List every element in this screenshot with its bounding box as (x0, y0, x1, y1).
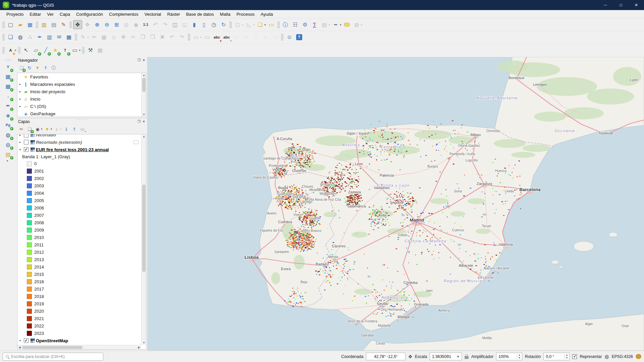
new-project-button[interactable]: ▢ (6, 20, 15, 29)
legend-class-2009[interactable]: 2009 (17, 226, 141, 234)
highlight-labels-button[interactable]: ◌ (232, 33, 241, 42)
menu-editar[interactable]: Editar (26, 11, 44, 18)
legend-class-2004[interactable]: 2004 (17, 189, 141, 197)
expander-icon[interactable]: ▾ (17, 148, 23, 151)
expander-icon[interactable]: ▾ (17, 339, 23, 342)
legend-class-2015[interactable]: 2015 (17, 270, 141, 278)
label-pin-button[interactable]: ▭ (203, 33, 212, 42)
menu-ráster[interactable]: Ráster (164, 11, 183, 18)
zoom-next-button[interactable]: ↷ (161, 20, 170, 29)
identify-features-tool[interactable]: ⓘ (281, 20, 290, 29)
minimize-button[interactable]: ─ (598, 0, 613, 10)
legend-class-2020[interactable]: 2020 (17, 307, 141, 315)
new-print-layout-button[interactable]: ▥ (40, 20, 49, 29)
pan-map-tool[interactable]: ✥ (73, 20, 82, 29)
regularize-tool-button[interactable]: ▥ (45, 33, 54, 42)
legend-class-2014[interactable]: 2014 (17, 263, 141, 270)
label-options-button[interactable]: ▭ (192, 33, 201, 42)
toolbar-grip[interactable] (75, 34, 77, 41)
nav-add-selected-layers-button[interactable]: ❏+ (18, 64, 25, 71)
class-color-swatch[interactable] (27, 213, 32, 218)
layer-styling-button[interactable]: ✏ (18, 125, 25, 133)
legend-class-2001[interactable]: 2001 (17, 167, 141, 175)
class-color-swatch[interactable] (27, 279, 32, 284)
add-virtual-layer-button[interactable]: ◈+ (4, 111, 13, 120)
layer-checkbox[interactable]: ✓ (24, 338, 29, 343)
magnifier-spinbox[interactable]: 100% ▲▼ (496, 353, 522, 360)
copy-features-button[interactable]: ❐ (139, 33, 148, 42)
save-layer-edits-button[interactable]: ▦ (100, 33, 109, 42)
move-label-button[interactable]: ◌ (241, 33, 251, 42)
measure-tool[interactable]: ┅ (331, 20, 340, 29)
scroll-up-icon[interactable]: ▲ (142, 73, 146, 77)
layout-manager-button[interactable]: ▤ (49, 20, 58, 29)
data-source-manager-button[interactable]: ❏ (6, 33, 15, 42)
browser-item-favoritos[interactable]: ★Favoritos (17, 73, 146, 80)
class-color-swatch[interactable] (27, 169, 32, 174)
layer-row-openstreetmap[interactable]: ▾ ✓ OpenStreetMap (17, 337, 141, 344)
new-3d-map-view-button[interactable]: ◱ (180, 20, 189, 29)
select-by-form-button[interactable]: ❏ (256, 20, 265, 29)
change-label-button[interactable]: ◌ (261, 33, 270, 42)
class-color-swatch[interactable] (27, 250, 32, 255)
browser-item-inicio[interactable]: ▸⌂Inicio (17, 95, 146, 103)
layout-button[interactable]: ▦ (96, 46, 105, 55)
layer-row-eur-fire-forest-loss[interactable]: ▾ ✓ EUR fire forest loss 2001-23 annual (17, 146, 141, 153)
redo-button[interactable]: ↷ (177, 33, 186, 42)
layers-hscrollbar[interactable]: ◀ ▶ (17, 345, 141, 349)
processing-toolbox-button[interactable]: ⚙ (301, 20, 310, 29)
legend-class-2011[interactable]: 2011 (17, 241, 141, 248)
scroll-down-icon[interactable]: ▼ (142, 112, 146, 117)
menu-ver[interactable]: Ver (44, 11, 57, 18)
legend-class-2016[interactable]: 2016 (17, 278, 141, 285)
zoom-out-tool[interactable]: ⊖ (102, 20, 111, 29)
add-wms-layer-button[interactable]: ◍+ (4, 130, 13, 139)
new-map-theme-button[interactable]: ▦ (64, 33, 73, 42)
select-annotation-tool[interactable]: ↖ (22, 46, 31, 55)
filter-by-expression-button[interactable]: ε (53, 125, 60, 133)
toolbar-grip[interactable] (2, 21, 5, 28)
toolbar-grip[interactable] (36, 21, 38, 28)
scroll-right-icon[interactable]: ▶ (137, 345, 141, 350)
legend-class-0[interactable]: 0 (17, 160, 141, 167)
open-project-button[interactable]: ▰ (16, 20, 25, 29)
browser-scrollbar[interactable]: ▲ ▼ (141, 73, 146, 117)
class-color-swatch[interactable] (27, 242, 32, 247)
layer-name[interactable]: OpenStreetMap (36, 338, 68, 343)
class-color-swatch[interactable] (27, 323, 32, 328)
legend-class-2021[interactable]: 2021 (17, 315, 141, 322)
filter-legend-button[interactable]: ▼ (44, 125, 51, 133)
layers-scrollbar[interactable]: ▲ ▼ (141, 134, 146, 345)
callout-tool-button[interactable]: ◌ (271, 33, 280, 42)
class-color-swatch[interactable] (27, 301, 32, 306)
panel-splitter-handle[interactable] (76, 119, 88, 120)
legend-class-2003[interactable]: 2003 (17, 182, 141, 189)
expander-icon[interactable]: ▸ (17, 105, 23, 108)
render-checkbox[interactable]: ✓ (572, 354, 577, 359)
add-layer-globe-button[interactable]: ◍ (16, 33, 25, 42)
manage-visibility-button[interactable]: ◉ (34, 125, 41, 133)
legend-class-2006[interactable]: 2006 (17, 204, 141, 212)
class-color-swatch[interactable] (27, 331, 32, 336)
messages-bubble-icon[interactable]: ··· (636, 354, 641, 359)
move-feature-button[interactable]: ✥ (119, 33, 128, 42)
legend-class-2012[interactable]: 2012 (17, 248, 141, 256)
expander-icon[interactable]: ▸ (17, 82, 23, 86)
class-color-swatch[interactable] (27, 176, 32, 181)
layer-row-recortado-extension[interactable]: ▸ Recortado (extensión) (17, 138, 141, 146)
nav-refresh-button[interactable]: ↻ (26, 64, 33, 71)
menu-configuración[interactable]: Configuración (73, 11, 106, 18)
add-more-layers-button[interactable]: ▤+ (4, 150, 13, 159)
class-color-swatch[interactable] (27, 257, 32, 262)
toolbar-grip[interactable] (69, 21, 72, 28)
legend-class-2010[interactable]: 2010 (17, 234, 141, 241)
class-color-swatch[interactable] (27, 220, 32, 225)
nav-collapse-all-button[interactable]: ⇑ (42, 64, 49, 71)
legend-class-2002[interactable]: 2002 (17, 175, 141, 182)
add-spatialite-layer-button[interactable]: ✒+ (4, 101, 13, 110)
toolbar-grip[interactable] (82, 47, 85, 54)
expander-icon[interactable]: ▸ (17, 140, 23, 144)
scrollbar-thumb[interactable] (142, 78, 146, 92)
menu-base-de-datos[interactable]: Base de datos (183, 11, 217, 18)
layer-checkbox[interactable] (24, 140, 29, 144)
